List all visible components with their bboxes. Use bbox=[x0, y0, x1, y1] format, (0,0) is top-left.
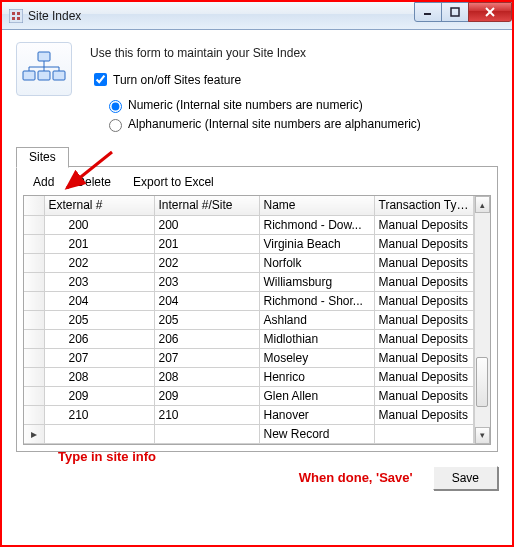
scroll-up-arrow[interactable]: ▴ bbox=[475, 196, 490, 213]
cell-name[interactable]: Hanover bbox=[259, 405, 374, 424]
cell-external[interactable]: 206 bbox=[44, 329, 154, 348]
cell-internal[interactable]: 207 bbox=[154, 348, 259, 367]
cell-internal[interactable]: 201 bbox=[154, 234, 259, 253]
sites-grid[interactable]: External # Internal #/Site Name Transact… bbox=[24, 196, 474, 444]
toolbar-add[interactable]: Add bbox=[33, 175, 54, 189]
cell-external[interactable]: 208 bbox=[44, 367, 154, 386]
svg-rect-6 bbox=[451, 8, 459, 16]
cell-internal[interactable]: 202 bbox=[154, 253, 259, 272]
row-header[interactable] bbox=[24, 310, 44, 329]
cell-name[interactable]: Moseley bbox=[259, 348, 374, 367]
table-row-new[interactable]: ▸New Record bbox=[24, 424, 473, 443]
cell-external[interactable]: 200 bbox=[44, 215, 154, 234]
close-button[interactable] bbox=[468, 2, 512, 22]
cell-external[interactable]: 204 bbox=[44, 291, 154, 310]
cell-type[interactable]: Manual Deposits bbox=[374, 234, 473, 253]
table-row[interactable]: 200200Richmond - Dow...Manual Deposits bbox=[24, 215, 473, 234]
cell-external[interactable]: 205 bbox=[44, 310, 154, 329]
feature-checkbox[interactable] bbox=[94, 73, 107, 86]
cell-name[interactable]: Richmond - Dow... bbox=[259, 215, 374, 234]
tab-sites[interactable]: Sites bbox=[16, 147, 69, 168]
table-row[interactable]: 206206MidlothianManual Deposits bbox=[24, 329, 473, 348]
cell-name[interactable]: Henrico bbox=[259, 367, 374, 386]
svg-rect-16 bbox=[38, 71, 50, 80]
row-header[interactable] bbox=[24, 215, 44, 234]
scroll-thumb[interactable] bbox=[476, 357, 488, 407]
cell-name[interactable]: Williamsburg bbox=[259, 272, 374, 291]
save-button[interactable]: Save bbox=[433, 466, 498, 490]
cell-internal[interactable]: 209 bbox=[154, 386, 259, 405]
table-row[interactable]: 202202NorfolkManual Deposits bbox=[24, 253, 473, 272]
scroll-down-arrow[interactable]: ▾ bbox=[475, 427, 490, 444]
cell-external[interactable]: 209 bbox=[44, 386, 154, 405]
row-header[interactable] bbox=[24, 386, 44, 405]
row-header[interactable] bbox=[24, 367, 44, 386]
cell-internal[interactable]: 204 bbox=[154, 291, 259, 310]
toolbar-export[interactable]: Export to Excel bbox=[133, 175, 214, 189]
cell-name[interactable]: New Record bbox=[259, 424, 374, 443]
vertical-scrollbar[interactable]: ▴ ▾ bbox=[474, 196, 490, 444]
cell-internal[interactable] bbox=[154, 424, 259, 443]
cell-type[interactable]: Manual Deposits bbox=[374, 329, 473, 348]
cell-type[interactable]: Manual Deposits bbox=[374, 405, 473, 424]
cell-internal[interactable]: 208 bbox=[154, 367, 259, 386]
row-header[interactable] bbox=[24, 329, 44, 348]
cell-type[interactable]: Manual Deposits bbox=[374, 348, 473, 367]
grid-corner bbox=[24, 196, 44, 215]
grid-wrap: External # Internal #/Site Name Transact… bbox=[23, 195, 491, 445]
grid-toolbar: Add Delete Export to Excel bbox=[23, 173, 491, 195]
row-header-new[interactable]: ▸ bbox=[24, 424, 44, 443]
cell-name[interactable]: Ashland bbox=[259, 310, 374, 329]
table-row[interactable]: 204204Richmond - Shor...Manual Deposits bbox=[24, 291, 473, 310]
row-header[interactable] bbox=[24, 234, 44, 253]
cell-external[interactable]: 201 bbox=[44, 234, 154, 253]
cell-external[interactable]: 202 bbox=[44, 253, 154, 272]
row-header[interactable] bbox=[24, 291, 44, 310]
cell-name[interactable]: Richmond - Shor... bbox=[259, 291, 374, 310]
table-row[interactable]: 210210HanoverManual Deposits bbox=[24, 405, 473, 424]
table-row[interactable]: 207207MoseleyManual Deposits bbox=[24, 348, 473, 367]
cell-external[interactable]: 203 bbox=[44, 272, 154, 291]
svg-rect-15 bbox=[23, 71, 35, 80]
cell-name[interactable]: Virginia Beach bbox=[259, 234, 374, 253]
cell-type[interactable]: Manual Deposits bbox=[374, 253, 473, 272]
minimize-button[interactable] bbox=[414, 2, 442, 22]
table-row[interactable]: 201201Virginia BeachManual Deposits bbox=[24, 234, 473, 253]
table-row[interactable]: 205205AshlandManual Deposits bbox=[24, 310, 473, 329]
row-header[interactable] bbox=[24, 272, 44, 291]
cell-internal[interactable]: 210 bbox=[154, 405, 259, 424]
svg-rect-9 bbox=[38, 52, 50, 61]
row-header[interactable] bbox=[24, 348, 44, 367]
cell-internal[interactable]: 200 bbox=[154, 215, 259, 234]
cell-type[interactable] bbox=[374, 424, 473, 443]
row-header[interactable] bbox=[24, 405, 44, 424]
window-buttons bbox=[415, 2, 512, 22]
cell-type[interactable]: Manual Deposits bbox=[374, 291, 473, 310]
col-type[interactable]: Transaction Type bbox=[374, 196, 473, 215]
cell-name[interactable]: Midlothian bbox=[259, 329, 374, 348]
table-row[interactable]: 208208HenricoManual Deposits bbox=[24, 367, 473, 386]
col-external[interactable]: External # bbox=[44, 196, 154, 215]
radio-alphanumeric[interactable] bbox=[109, 119, 122, 132]
cell-internal[interactable]: 206 bbox=[154, 329, 259, 348]
cell-external[interactable]: 210 bbox=[44, 405, 154, 424]
cell-external[interactable] bbox=[44, 424, 154, 443]
cell-name[interactable]: Glen Allen bbox=[259, 386, 374, 405]
radio-numeric[interactable] bbox=[109, 100, 122, 113]
cell-internal[interactable]: 205 bbox=[154, 310, 259, 329]
maximize-button[interactable] bbox=[441, 2, 469, 22]
col-name[interactable]: Name bbox=[259, 196, 374, 215]
cell-type[interactable]: Manual Deposits bbox=[374, 215, 473, 234]
cell-type[interactable]: Manual Deposits bbox=[374, 367, 473, 386]
table-row[interactable]: 203203WilliamsburgManual Deposits bbox=[24, 272, 473, 291]
cell-type[interactable]: Manual Deposits bbox=[374, 386, 473, 405]
cell-type[interactable]: Manual Deposits bbox=[374, 272, 473, 291]
row-header[interactable] bbox=[24, 253, 44, 272]
cell-name[interactable]: Norfolk bbox=[259, 253, 374, 272]
cell-external[interactable]: 207 bbox=[44, 348, 154, 367]
col-internal[interactable]: Internal #/Site bbox=[154, 196, 259, 215]
cell-type[interactable]: Manual Deposits bbox=[374, 310, 473, 329]
cell-internal[interactable]: 203 bbox=[154, 272, 259, 291]
toolbar-delete[interactable]: Delete bbox=[76, 175, 111, 189]
table-row[interactable]: 209209Glen AllenManual Deposits bbox=[24, 386, 473, 405]
